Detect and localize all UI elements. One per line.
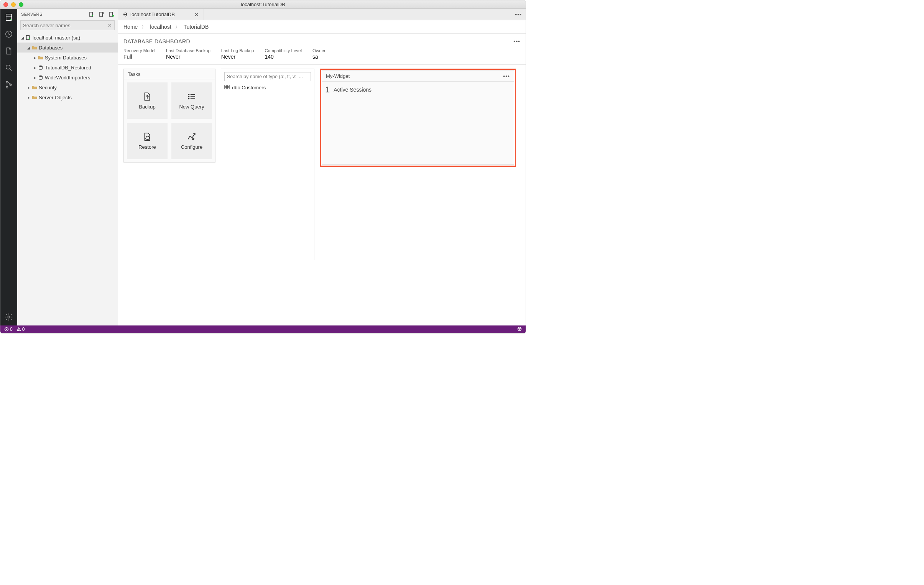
status-errors[interactable]: 0 bbox=[4, 326, 13, 332]
backup-task-button[interactable]: Backup bbox=[127, 82, 168, 119]
svg-rect-2 bbox=[10, 19, 12, 20]
server-node-label: localhost, master (sa) bbox=[33, 35, 80, 41]
metric-recovery-model: Recovery Model Full bbox=[124, 48, 155, 60]
search-result-label: dbo.Customers bbox=[232, 85, 266, 91]
svg-point-20 bbox=[39, 76, 43, 77]
breadcrumb-db[interactable]: TutorialDB bbox=[184, 24, 209, 30]
metric-compatibility-level: Compatibility Level 140 bbox=[264, 48, 302, 60]
security-label: Security bbox=[39, 85, 57, 91]
window-titlebar: localhost:TutorialDB bbox=[0, 0, 526, 9]
svg-rect-30 bbox=[225, 85, 229, 89]
svg-point-41 bbox=[519, 328, 519, 328]
configure-icon bbox=[187, 132, 197, 142]
svg-point-27 bbox=[188, 98, 189, 99]
system-databases-node[interactable]: ▸ System Databases bbox=[17, 53, 118, 63]
server-action-icon[interactable] bbox=[109, 11, 115, 17]
editor-area: localhost:TutorialDB ✕ ••• Home 〉 localh… bbox=[118, 9, 526, 325]
server-node[interactable]: ◢ localhost, master (sa) bbox=[17, 33, 118, 43]
search-activity-icon[interactable] bbox=[4, 63, 13, 73]
db-restored-label: TutorialDB_Restored bbox=[45, 65, 91, 71]
my-widget-highlight: My-Widget ••• 1 Active Sessions bbox=[320, 69, 516, 167]
breadcrumb: Home 〉 localhost 〉 TutorialDB bbox=[118, 20, 526, 34]
chevron-right-icon: 〉 bbox=[142, 24, 146, 30]
svg-point-9 bbox=[8, 316, 10, 318]
dashboard-title: DATABASE DASHBOARD bbox=[124, 38, 190, 44]
new-query-task-button[interactable]: New Query bbox=[172, 82, 212, 119]
my-widget-label: Active Sessions bbox=[333, 87, 371, 93]
my-widget-count: 1 bbox=[325, 85, 330, 95]
svg-point-23 bbox=[188, 94, 189, 95]
databases-node[interactable]: ◢ Databases bbox=[17, 43, 118, 53]
svg-point-40 bbox=[518, 327, 521, 330]
svg-rect-16 bbox=[112, 15, 114, 16]
dashboard-tab-icon bbox=[123, 11, 128, 18]
status-bar: 0 0 bbox=[0, 325, 526, 333]
restore-icon bbox=[142, 132, 152, 142]
metric-owner: Owner sa bbox=[312, 48, 325, 60]
new-query-icon bbox=[187, 92, 197, 102]
svg-point-19 bbox=[39, 66, 43, 67]
server-search-wrap: ✕ bbox=[20, 20, 115, 30]
db-wwi-node[interactable]: ▸ WideWorldImporters bbox=[17, 73, 118, 82]
svg-point-6 bbox=[6, 81, 8, 83]
servers-activity-icon[interactable] bbox=[4, 13, 13, 22]
svg-point-39 bbox=[18, 330, 19, 330]
backup-icon bbox=[142, 92, 152, 102]
db-restored-node[interactable]: ▸ TutorialDB_Restored bbox=[17, 63, 118, 73]
metric-last-db-backup: Last Database Backup Never bbox=[166, 48, 211, 60]
feedback-icon[interactable] bbox=[517, 326, 522, 331]
restore-task-button[interactable]: Restore bbox=[127, 123, 168, 159]
servers-panel-title: SERVERS bbox=[21, 12, 43, 16]
dashboard-more-icon[interactable]: ••• bbox=[513, 38, 520, 44]
new-connection-icon[interactable] bbox=[89, 11, 95, 17]
breadcrumb-server[interactable]: localhost bbox=[150, 24, 171, 30]
server-objects-node[interactable]: ▸ Server Objects bbox=[17, 92, 118, 102]
dashboard-tab[interactable]: localhost:TutorialDB ✕ bbox=[118, 9, 204, 20]
object-search-widget: dbo.Customers bbox=[221, 69, 314, 260]
chevron-right-icon: 〉 bbox=[175, 24, 180, 30]
my-widget-title: My-Widget bbox=[326, 73, 350, 79]
svg-point-29 bbox=[192, 138, 194, 140]
servers-panel: SERVERS ✕ ◢ localhost, master (sa) bbox=[17, 9, 118, 325]
security-node[interactable]: ▸ Security bbox=[17, 82, 118, 92]
system-databases-label: System Databases bbox=[45, 55, 87, 61]
window-title: localhost:TutorialDB bbox=[0, 2, 526, 7]
svg-point-7 bbox=[6, 86, 8, 88]
object-search-input[interactable] bbox=[224, 72, 311, 81]
server-objects-label: Server Objects bbox=[39, 95, 72, 101]
svg-point-42 bbox=[520, 328, 520, 328]
svg-line-5 bbox=[10, 69, 12, 71]
svg-rect-15 bbox=[109, 12, 112, 16]
my-widget: My-Widget ••• 1 Active Sessions bbox=[322, 71, 514, 165]
new-group-icon[interactable] bbox=[99, 11, 105, 17]
svg-rect-18 bbox=[29, 38, 30, 40]
settings-activity-icon[interactable] bbox=[4, 312, 13, 321]
svg-point-25 bbox=[188, 96, 189, 97]
tabbar-more-icon[interactable]: ••• bbox=[515, 12, 526, 18]
source-control-activity-icon[interactable] bbox=[4, 80, 13, 89]
configure-task-button[interactable]: Configure bbox=[172, 123, 212, 159]
databases-node-label: Databases bbox=[39, 45, 63, 51]
breadcrumb-home[interactable]: Home bbox=[124, 24, 138, 30]
servers-tree: ◢ localhost, master (sa) ◢ Databases ▸ S… bbox=[17, 32, 118, 325]
tasks-widget-title: Tasks bbox=[128, 71, 140, 77]
clear-search-icon[interactable]: ✕ bbox=[107, 22, 112, 28]
metric-last-log-backup: Last Log Backup Never bbox=[221, 48, 254, 60]
server-search-input[interactable] bbox=[23, 23, 106, 28]
file-activity-icon[interactable] bbox=[4, 46, 13, 56]
svg-point-4 bbox=[6, 65, 10, 69]
dashboard-tab-label: localhost:TutorialDB bbox=[130, 12, 175, 17]
tab-bar: localhost:TutorialDB ✕ ••• bbox=[118, 9, 526, 20]
my-widget-more-icon[interactable]: ••• bbox=[503, 73, 510, 79]
svg-rect-11 bbox=[92, 15, 93, 16]
status-warnings[interactable]: 0 bbox=[16, 326, 25, 332]
table-icon bbox=[224, 84, 230, 91]
db-wwi-label: WideWorldImporters bbox=[45, 75, 90, 81]
search-result-row[interactable]: dbo.Customers bbox=[224, 84, 311, 91]
tasks-widget: Tasks Backup New Query bbox=[124, 69, 216, 163]
history-activity-icon[interactable] bbox=[4, 30, 13, 39]
close-tab-icon[interactable]: ✕ bbox=[195, 12, 199, 18]
svg-rect-12 bbox=[99, 12, 102, 16]
activity-bar bbox=[0, 9, 17, 325]
